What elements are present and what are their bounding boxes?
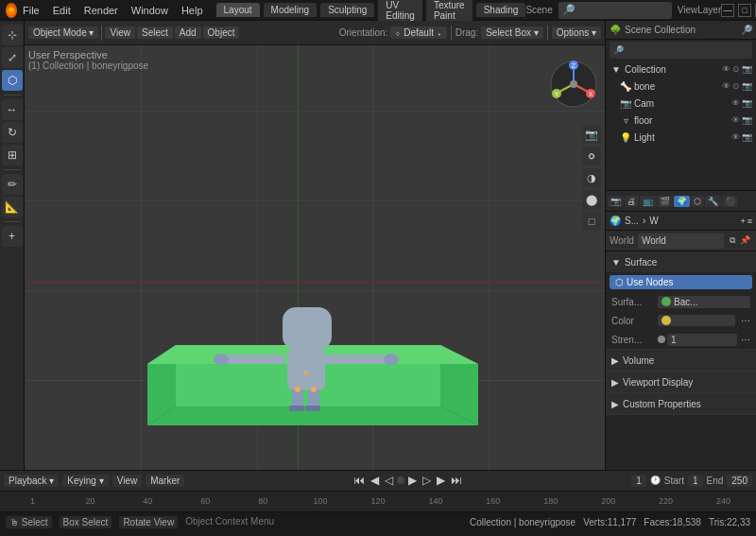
marker-menu[interactable]: Marker <box>146 475 184 487</box>
menu-help[interactable]: Help <box>176 3 209 18</box>
orientation-dropdown[interactable]: ⬨ Default ▾ <box>390 26 446 39</box>
workspace-tab-modeling[interactable]: Modeling <box>264 3 318 17</box>
props-tab-scene[interactable]: 🎬 <box>657 196 673 207</box>
start-frame[interactable]: 1 <box>688 475 703 487</box>
playback-dropdown[interactable]: Playback ▾ <box>4 475 59 487</box>
render-icon-cam[interactable]: 📷 <box>742 98 752 108</box>
svg-point-31 <box>295 387 301 392</box>
jump-end-btn[interactable]: ⏭ <box>449 474 464 487</box>
props-tab-material[interactable]: ⚫ <box>722 196 738 207</box>
outliner-item-light[interactable]: 💡 Light 👁 📷 <box>606 129 756 146</box>
add-menu[interactable]: Add <box>175 26 201 39</box>
viewport-display-header[interactable]: ▶ Viewport Display <box>606 372 756 392</box>
vis-icon-cam[interactable]: 👁 <box>731 98 740 108</box>
strength-value[interactable]: 1 <box>667 334 737 346</box>
material-preview-btn[interactable]: ◑ <box>582 168 601 187</box>
outliner-filter-icon[interactable]: 🔎 <box>741 25 752 35</box>
render-icon-light[interactable]: 📷 <box>742 132 752 142</box>
annotate-tool[interactable]: ✏ <box>2 174 23 195</box>
vis-icon-floor[interactable]: 👁 <box>731 115 740 125</box>
pin-icon[interactable]: 📌 <box>738 234 752 247</box>
render-icon-bone[interactable]: 📷 <box>742 81 752 91</box>
surface-header[interactable]: ▼ Surface <box>606 251 756 272</box>
new-world-btn[interactable]: + <box>740 216 745 226</box>
strength-menu-btn[interactable]: ⋯ <box>741 335 750 345</box>
end-frame[interactable]: 250 <box>727 475 752 487</box>
next-keyframe-btn[interactable]: ▷ <box>421 474 433 487</box>
props-tab-modifier[interactable]: 🔧 <box>705 196 721 207</box>
prev-keyframe-btn[interactable]: ◁ <box>383 474 395 487</box>
outliner-item-bone[interactable]: 🦴 bone 👁 ⊙ 📷 <box>606 78 756 95</box>
prev-frame-btn[interactable]: ◀ <box>369 474 381 487</box>
outliner-item-collection[interactable]: ▼ Collection 👁 ⊙ 📷 <box>606 61 756 78</box>
view-menu[interactable]: View <box>105 26 135 39</box>
object-menu[interactable]: Object <box>203 26 240 39</box>
next-frame-btn[interactable]: ▶ <box>435 474 447 487</box>
navigation-gizmo[interactable]: Z X Y <box>548 59 595 106</box>
menu-edit[interactable]: Edit <box>47 3 77 18</box>
use-nodes-button[interactable]: ⬡ Use Nodes <box>610 275 752 289</box>
surfa-value[interactable]: Bac... <box>658 296 750 308</box>
select-menu[interactable]: Select <box>137 26 173 39</box>
vis-icon[interactable]: 👁 <box>722 64 730 74</box>
sel-icon[interactable]: ⊙ <box>732 64 740 74</box>
menu-window[interactable]: Window <box>126 3 174 18</box>
play-btn[interactable]: ▶ <box>406 474 419 487</box>
custom-props-header[interactable]: ▶ Custom Properties <box>606 393 756 414</box>
orientation-label: Orientation: <box>339 27 388 38</box>
minimize-button[interactable]: — <box>721 4 734 17</box>
outliner-item-camera[interactable]: 📷 Cam 👁 📷 <box>606 95 756 112</box>
object-mode-dropdown[interactable]: Object Mode ▾ <box>28 26 98 39</box>
jump-start-btn[interactable]: ⏮ <box>352 474 367 487</box>
render-icon-floor[interactable]: 📷 <box>742 115 752 125</box>
camera-view-btn[interactable]: 📷 <box>582 125 601 144</box>
props-tab-object[interactable]: ⬡ <box>691 196 704 207</box>
solid-view-btn[interactable]: ⬤ <box>582 190 601 209</box>
sel-icon-bone[interactable]: ⊙ <box>732 81 740 91</box>
move-tool[interactable]: ⤢ <box>2 47 23 68</box>
timeline-ruler[interactable]: 1 20 40 60 80 100 120 140 160 180 200 22… <box>0 492 756 511</box>
current-frame[interactable]: 1 <box>631 475 646 487</box>
rotate-tool[interactable]: ↻ <box>2 122 23 143</box>
workspace-tab-uv[interactable]: UV Editing <box>378 0 422 23</box>
color-menu-btn[interactable]: ⋯ <box>741 316 750 326</box>
vis-icon-light[interactable]: 👁 <box>731 132 740 142</box>
add-tool[interactable]: + <box>2 226 23 247</box>
transform-tool[interactable]: ↔ <box>2 99 23 120</box>
menu-render[interactable]: Render <box>78 3 124 18</box>
vis-icon-bone[interactable]: 👁 <box>722 81 730 91</box>
viewport-perspective-label: User Perspective (1) Collection | boneyr… <box>28 49 148 71</box>
custom-props-section: ▶ Custom Properties <box>606 393 756 415</box>
workspace-tab-shading[interactable]: Shading <box>476 3 526 17</box>
measure-tool[interactable]: 📐 <box>2 197 23 217</box>
volume-header[interactable]: ▶ Volume <box>606 350 756 371</box>
render-icon[interactable]: 📷 <box>742 64 752 74</box>
cursor-tool[interactable]: ⊹ <box>2 25 23 45</box>
world-name-input[interactable]: World <box>638 233 724 249</box>
view-menu-timeline[interactable]: View <box>112 475 143 487</box>
select-tool[interactable]: ⬡ <box>2 70 23 91</box>
color-value[interactable] <box>658 315 735 326</box>
select-box-dropdown[interactable]: Select Box ▾ <box>481 26 543 39</box>
record-btn[interactable] <box>397 476 404 484</box>
wireframe-btn[interactable]: □ <box>582 212 601 231</box>
outliner-item-floor[interactable]: ▿ floor 👁 📷 <box>606 112 756 129</box>
workspace-tab-sculpting[interactable]: Sculpting <box>320 3 374 17</box>
maximize-button[interactable]: □ <box>738 4 751 17</box>
workspace-tab-texture[interactable]: Texture Paint <box>426 0 472 23</box>
browse-world-btn[interactable]: ≡ <box>747 216 752 226</box>
options-button[interactable]: Options ▾ <box>552 26 601 39</box>
props-tab-view[interactable]: 📺 <box>640 196 656 207</box>
keying-dropdown[interactable]: Keying ▾ <box>62 475 108 487</box>
copy-icon[interactable]: ⧉ <box>728 234 737 247</box>
props-tab-output[interactable]: 🖨 <box>625 196 639 207</box>
viewport[interactable]: Object Mode ▾ View Select Add Object Ori… <box>25 21 605 470</box>
scale-tool[interactable]: ⊞ <box>2 145 23 165</box>
menu-file[interactable]: File <box>17 3 45 18</box>
outliner-search[interactable]: 🔎 <box>610 42 752 59</box>
render-preview-btn[interactable]: ⭘ <box>582 147 601 165</box>
props-tab-render[interactable]: 📷 <box>608 196 624 207</box>
workspace-tab-layout[interactable]: Layout <box>216 3 260 17</box>
header-search[interactable]: 🔎 <box>558 2 672 19</box>
props-tab-world[interactable]: 🌍 <box>674 196 690 207</box>
